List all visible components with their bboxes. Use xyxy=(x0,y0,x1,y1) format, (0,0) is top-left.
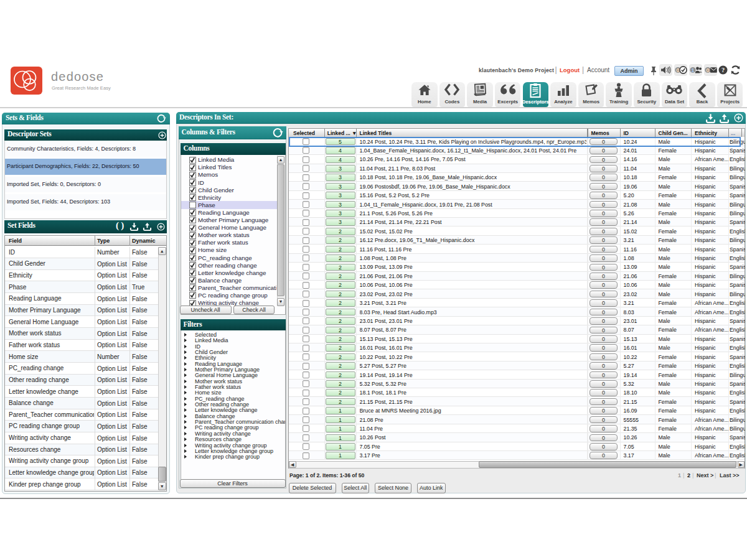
svg-text:1: 1 xyxy=(691,67,695,73)
svg-text:?: ? xyxy=(721,67,725,73)
svg-text:0: 0 xyxy=(706,67,709,73)
svg-text:0: 0 xyxy=(676,67,679,73)
